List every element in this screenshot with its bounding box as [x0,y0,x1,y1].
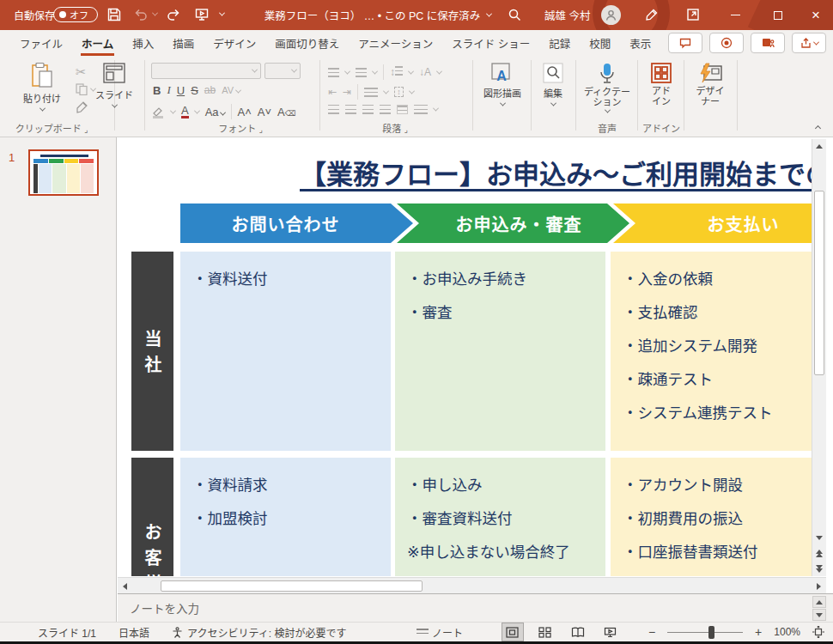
scroll-down-button[interactable] [812,531,826,545]
present-in-teams-button[interactable]: T [751,33,785,53]
redo-icon[interactable] [166,7,181,22]
collapse-ribbon-chevron[interactable] [815,125,821,131]
distribute-icon[interactable] [397,105,408,114]
slide-title[interactable]: 【業務フロー】お申込み〜ご利用開始までの [300,153,812,191]
zoom-slider[interactable] [667,632,743,633]
undo-dropdown-chevron[interactable] [152,10,158,16]
quick-access-chevron[interactable] [219,10,225,16]
columns-icon[interactable] [364,88,378,97]
flow-header-application[interactable]: お申込み・審査 [397,204,629,243]
align-right-icon[interactable] [362,105,374,114]
notes-pane[interactable]: ノートを入力 [118,593,833,622]
normal-view-button[interactable] [502,623,523,641]
scroll-up-button[interactable] [812,139,826,154]
tab-review[interactable]: 校閲 [580,30,620,56]
notes-placeholder[interactable]: ノートを入力 [130,599,199,617]
slide-canvas[interactable]: 【業務フロー】お申込み〜ご利用開始までの お問い合わせ お申込み・審査 お支払い… [118,139,812,576]
cell-company-payment[interactable]: ・入金の依頼 ・支払確認 ・追加システム開発 ・疎通テスト ・システム連携テスト [611,252,812,451]
change-case-button[interactable]: Aa [205,106,225,118]
slideshow-view-button[interactable] [600,623,621,641]
start-slideshow-icon[interactable] [194,7,210,22]
justify-icon[interactable] [380,105,391,114]
vertical-scrollbar[interactable] [812,139,826,576]
vertical-scroll-thumb[interactable] [814,191,824,375]
scroll-right-button[interactable] [812,579,826,593]
accessibility-status[interactable]: アクセシビリティ: 検討が必要です [172,625,346,640]
grow-font-button[interactable]: A˄ [238,106,252,118]
undo-icon[interactable] [133,7,149,22]
decrease-indent-icon[interactable]: ⇤ [328,86,337,98]
italic-button[interactable]: I [167,83,170,97]
row-label-customer[interactable]: お客様 [131,458,173,576]
cell-customer-application[interactable]: ・申し込み ・審査資料送付 ※申し込まない場合終了 [395,458,605,576]
char-spacing-button[interactable]: AV [222,85,240,95]
slide-indicator[interactable]: スライド 1/1 [38,625,96,640]
flow-header-inquiry[interactable]: お問い合わせ [180,204,413,243]
tab-record[interactable]: 記録 [539,30,580,56]
font-size-select[interactable] [264,63,301,79]
notes-toggle-button[interactable]: ノート [416,625,463,640]
slide-button[interactable]: スライド [89,62,139,108]
copy-icon[interactable] [76,83,88,95]
increase-indent-icon[interactable]: ⇥ [343,86,351,98]
scroll-left-button[interactable] [118,579,132,593]
share-button[interactable] [792,33,826,53]
fit-slide-button[interactable] [812,626,824,638]
record-button[interactable] [709,33,744,53]
tab-draw[interactable]: 描画 [163,30,204,56]
minimize-button[interactable] [718,0,752,30]
slide-sorter-view-button[interactable] [535,623,556,641]
format-painter-icon[interactable] [76,100,88,113]
search-icon[interactable] [507,7,522,22]
dictation-button[interactable]: ディクテーション [581,62,634,113]
smartart-convert-icon[interactable] [414,105,428,114]
language-indicator[interactable]: 日本語 [119,625,149,640]
clear-format-button[interactable]: A⌫ [277,106,295,118]
window-popout-icon[interactable] [685,7,701,22]
underline-button[interactable]: U [177,84,185,97]
addins-button[interactable]: アドイン [642,62,680,106]
tab-animations[interactable]: アニメーション [349,30,442,56]
shape-draw-button[interactable]: A 図形描画 [477,62,527,106]
row-label-company[interactable]: 当社 [131,252,173,451]
maximize-button[interactable] [761,0,795,30]
zoom-level[interactable]: 100% [774,626,800,638]
zoom-slider-thumb[interactable] [708,626,714,639]
zoom-out-button[interactable]: − [648,625,655,639]
horizontal-scroll-thumb[interactable] [161,580,423,592]
document-title[interactable]: 業務フロー（ヨコ） … • この PC に保存済み [258,0,498,30]
avatar[interactable] [601,5,621,25]
strikethrough-button[interactable]: S [191,84,198,97]
align-left-icon[interactable] [328,105,339,114]
double-strike-button[interactable]: ab [204,84,216,96]
tab-view[interactable]: 表示 [620,30,660,56]
highlight-button[interactable] [151,106,165,118]
notes-scroll-up[interactable] [812,596,826,608]
line-spacing-icon[interactable]: ↕ [390,66,403,78]
paste-button[interactable]: 貼り付け [15,62,69,112]
editing-button[interactable]: 編集 [534,62,572,106]
bullets-icon[interactable] [328,68,339,77]
cell-company-inquiry[interactable]: ・資料送付 [180,252,391,451]
cut-icon[interactable]: ✂ [76,64,87,80]
font-color-button[interactable]: A [181,106,189,118]
align-center-icon[interactable] [345,105,356,114]
cell-customer-payment[interactable]: ・アカウント開設 ・初期費用の振込 ・口座振替書類送付 [611,458,812,576]
text-direction-icon[interactable]: ↓A [419,66,431,78]
close-button[interactable]: × [799,0,833,30]
tab-insert[interactable]: 挿入 [123,30,163,56]
tab-home[interactable]: ホーム [72,30,123,56]
shrink-font-button[interactable]: A˅ [258,106,271,118]
tab-transitions[interactable]: 画面切り替え [265,30,349,56]
flow-header-payment[interactable]: お支払い [613,204,812,243]
user-name[interactable]: 誠雄 今村 [544,0,590,30]
numbering-icon[interactable] [356,68,367,77]
bold-button[interactable]: B [153,84,161,97]
horizontal-scrollbar[interactable] [118,577,826,593]
align-text-icon[interactable]: ↕ [394,87,404,97]
slide-thumbnail[interactable] [28,149,99,196]
pen-icon[interactable] [644,7,660,22]
comments-button[interactable] [668,33,702,53]
tab-slideshow[interactable]: スライド ショー [442,30,539,56]
zoom-in-button[interactable]: + [755,625,762,639]
